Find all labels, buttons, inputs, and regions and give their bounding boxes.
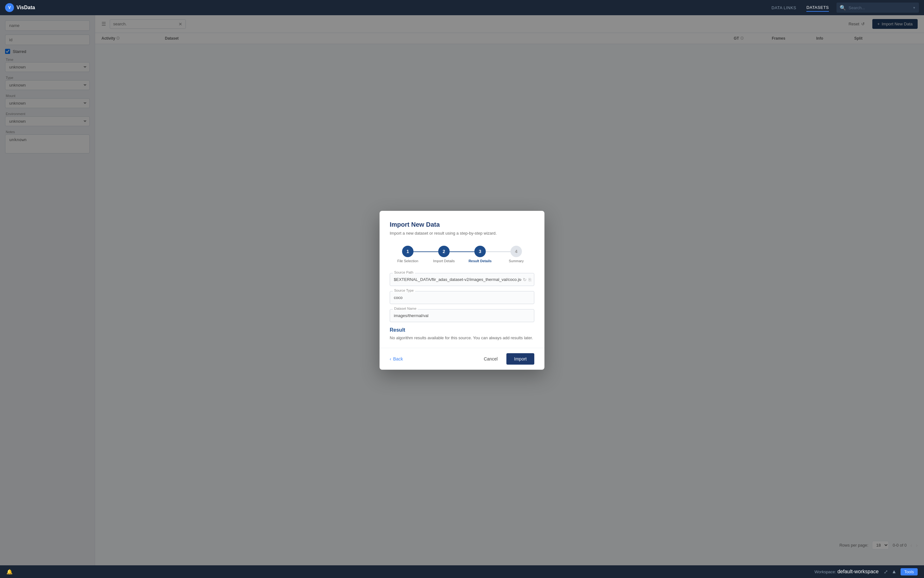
step-1-label: File Selection xyxy=(397,259,418,263)
step-3-label: Result Details xyxy=(469,259,492,263)
expand-icon[interactable]: ⤢ xyxy=(884,569,888,575)
dataset-name-label: Dataset Name xyxy=(393,307,417,310)
nav-links: DATA LINKS DATASETS xyxy=(771,4,829,12)
chevron-up-icon[interactable]: ▲ xyxy=(892,569,897,575)
wizard-stepper: 1 File Selection 2 Import Details xyxy=(390,246,534,263)
search-dropdown-arrow[interactable]: ▼ xyxy=(913,6,916,10)
modal-subtitle: Import a new dataset or result using a s… xyxy=(390,231,534,235)
result-empty-text: No algorithm results available for this … xyxy=(390,336,534,340)
footer-right-actions: Cancel Import xyxy=(479,353,534,365)
result-section-title: Result xyxy=(390,327,534,333)
step-3-circle: 3 xyxy=(474,246,486,257)
step-2-circle: 2 xyxy=(438,246,450,257)
global-search[interactable]: 🔍 ▼ xyxy=(836,3,919,13)
back-label: Back xyxy=(393,356,403,362)
dataset-name-input[interactable] xyxy=(390,309,534,322)
back-chevron-icon: ‹ xyxy=(390,356,391,362)
source-path-input[interactable] xyxy=(390,273,534,286)
step-4-label: Summary xyxy=(508,259,523,263)
modal-import-button[interactable]: Import xyxy=(507,353,534,365)
source-path-group: Source Path ↻ ⎘ xyxy=(390,273,534,286)
app-logo: V VisData xyxy=(5,3,35,12)
step-4-circle: 4 xyxy=(510,246,522,257)
step-1-circle: 1 xyxy=(402,246,414,257)
source-path-icons: ↻ ⎘ xyxy=(523,277,531,282)
source-type-label: Source Type xyxy=(393,289,415,292)
step-2: 2 Import Details xyxy=(426,246,462,263)
bell-icon[interactable]: 🔔 xyxy=(6,569,13,575)
source-type-group: Source Type xyxy=(390,291,534,304)
step-1: 1 File Selection xyxy=(390,246,426,263)
step-3: 3 Result Details xyxy=(462,246,498,263)
dataset-name-group: Dataset Name xyxy=(390,309,534,322)
main-area: Starred Time unknown Type unknown Mount … xyxy=(0,15,924,565)
modal-title: Import New Data xyxy=(390,221,534,228)
cancel-button[interactable]: Cancel xyxy=(479,354,503,364)
import-modal: Import New Data Import a new dataset or … xyxy=(380,211,544,370)
copy-icon[interactable]: ⎘ xyxy=(529,277,531,282)
search-icon: 🔍 xyxy=(840,5,846,11)
modal-overlay: Import New Data Import a new dataset or … xyxy=(0,15,924,565)
workspace-label: Workspace: xyxy=(815,570,836,574)
global-search-input[interactable] xyxy=(849,5,909,10)
modal-body: Import New Data Import a new dataset or … xyxy=(380,211,544,348)
app-name: VisData xyxy=(16,5,35,10)
refresh-icon[interactable]: ↻ xyxy=(523,277,527,282)
back-button[interactable]: ‹ Back xyxy=(390,356,403,362)
nav-data-links[interactable]: DATA LINKS xyxy=(771,4,796,11)
modal-footer: ‹ Back Cancel Import xyxy=(380,348,544,370)
bottom-bar: 🔔 Workspace: default-workspace ⤢ ▲ Tools xyxy=(0,565,924,578)
top-navigation: V VisData DATA LINKS DATASETS 🔍 ▼ xyxy=(0,0,924,15)
source-path-label: Source Path xyxy=(393,270,415,274)
nav-datasets[interactable]: DATASETS xyxy=(806,4,829,12)
tools-button[interactable]: Tools xyxy=(901,568,918,575)
step-2-label: Import Details xyxy=(433,259,455,263)
bottom-actions: ⤢ ▲ Tools xyxy=(884,568,918,575)
workspace-value: default-workspace xyxy=(838,569,879,575)
step-4: 4 Summary xyxy=(498,246,534,263)
source-type-input[interactable] xyxy=(390,291,534,304)
logo-icon: V xyxy=(5,3,14,12)
